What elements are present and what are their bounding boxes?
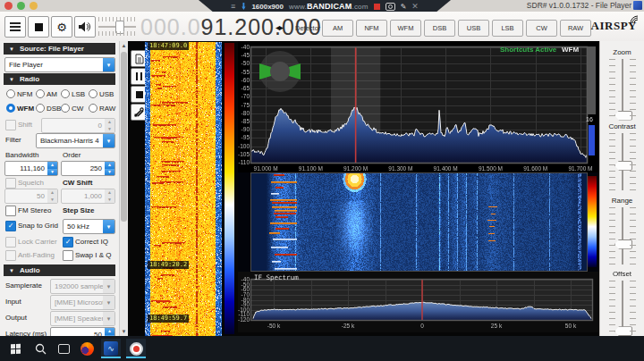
zoom-window-button[interactable] [17,2,25,10]
mute-button[interactable] [74,16,96,38]
radio-usb[interactable] [89,89,97,98]
bandwidth-label: Bandwidth [5,151,38,159]
task-view-button[interactable] [54,339,73,358]
signal-meter[interactable]: 16 [588,46,596,161]
spin-arrows-icon[interactable]: ▲▼ [105,119,114,132]
lock-carrier-label: Lock Carrier [18,238,57,246]
slider-ticks [630,281,636,338]
file-waterfall-color-scale[interactable] [225,43,234,334]
file-player-waterfall[interactable] [145,42,222,336]
close-window-button[interactable] [4,2,13,10]
snap-to-grid-checkbox[interactable]: ✓ [5,221,16,231]
windows-taskbar: ∿ 19:44 13/04/2020 1 [0,336,644,361]
draw-icon[interactable]: ✎ [401,3,407,11]
radio-cw[interactable] [61,104,70,113]
search-icon [35,343,47,355]
scroll-up-icon[interactable]: ▲ [120,41,128,50]
spin-arrows-icon[interactable]: ▲▼ [105,189,114,203]
radio-am[interactable] [36,89,45,98]
menu-button[interactable] [4,16,26,38]
slider-ticks [609,281,615,338]
shift-checkbox[interactable] [5,120,16,130]
correct-iq-checkbox[interactable]: ✓ [63,237,73,248]
waterfall-color-scale[interactable] [588,176,597,267]
stop-button[interactable] [28,16,49,38]
contrast-slider-label: Contrast [600,122,644,130]
firefox-taskbar-button[interactable] [77,339,97,358]
search-button[interactable] [30,339,50,358]
spin-arrows-icon[interactable]: ▲▼ [47,162,57,175]
offset-slider[interactable] [609,281,636,338]
close-overlay-icon[interactable]: ✕ [411,2,419,11]
spin-arrows-icon[interactable]: ▲▼ [105,328,114,336]
collapse-icon: ▼ [9,268,14,273]
windows-logo-icon [11,343,21,354]
radio-lsb[interactable] [61,89,70,98]
sdrsharp-taskbar-button[interactable]: ∿ [101,339,121,358]
order-spinner[interactable]: 250▲▼ [61,161,115,176]
airspy-logo: AIRSPY [591,19,637,33]
spin-arrows-icon[interactable]: ▲▼ [47,189,57,203]
bandicam-taskbar-button[interactable] [126,339,146,358]
detector-lsb-button[interactable]: LSB [492,20,523,37]
scrollbar-thumb[interactable] [121,52,127,222]
radio-raw[interactable] [89,104,97,113]
bandicam-watermark: www.BANDICAM.com [289,2,369,11]
slider-groove [622,59,623,116]
order-label: Order [63,151,80,159]
record-stop-icon[interactable] [374,4,380,10]
minimize-window-button[interactable] [30,2,38,10]
detector-am-button[interactable]: AM [322,20,353,37]
filter-select[interactable]: Blackman-Harris 4▾ [36,133,115,148]
bandicam-pin-icon[interactable] [241,3,246,10]
screenshot-icon[interactable] [386,3,395,11]
scroll-down-icon[interactable]: ▼ [120,327,128,336]
source-select[interactable]: File Player▾ [4,57,115,72]
audio-panel-header[interactable]: ▼Audio [4,264,115,276]
detector-usb-button[interactable]: USB [458,20,489,37]
rf-waterfall[interactable] [238,172,599,272]
radio-cw-label: CW [72,105,83,113]
squelch-checkbox[interactable] [5,178,16,189]
radio-dsb[interactable] [36,104,45,113]
detector-raw-button[interactable]: RAW [560,20,591,37]
bandwidth-spinner[interactable]: 111,160▲▼ [4,161,58,176]
lock-carrier-checkbox[interactable] [5,237,16,248]
squelch-spinner[interactable]: 50▲▼ [4,189,58,204]
samplerate-select[interactable]: 192000 sample/se▾ [50,279,115,294]
volume-slider[interactable] [98,17,136,36]
settings-button[interactable]: ⚙ [51,16,72,38]
source-panel-header[interactable]: ▼Source: File Player [4,43,115,55]
detector-nfm-button[interactable]: NFM [356,20,387,37]
start-button[interactable] [5,339,25,358]
contrast-slider[interactable] [609,133,636,190]
frequency-step-buttons[interactable]: ◂▸ [271,20,287,34]
fm-stereo-checkbox[interactable] [5,206,16,216]
chevron-down-icon: ▾ [103,280,114,293]
capture-resolution: 1600x900 [251,3,284,11]
bandicam-icon [130,342,143,356]
detector-dsb-button[interactable]: DSB [424,20,455,37]
step-size-select[interactable]: 50 kHz▾ [63,219,115,234]
anti-fading-checkbox[interactable] [5,250,16,261]
swap-iq-checkbox[interactable] [63,250,73,261]
detector-wfm-button[interactable]: WFM [390,20,421,37]
range-slider[interactable] [609,207,636,264]
radio-raw-label: RAW [99,105,115,113]
chevron-down-icon: ▾ [103,134,114,147]
range-slider-label: Range [600,197,644,205]
radio-nfm[interactable] [6,89,15,98]
latency-spinner[interactable]: 50▲▼ [50,327,115,336]
radio-wfm-selected[interactable] [6,104,15,113]
audio-output-select[interactable]: [MME] Speakers▾ [50,311,115,326]
spin-arrows-icon[interactable]: ▲▼ [105,162,114,175]
filter-label: Filter [5,136,21,144]
bandicam-menu-icon[interactable]: ≡ [231,2,235,11]
zoom-slider[interactable] [609,59,636,116]
audio-input-select[interactable]: [MME] Microsof▾ [50,295,115,310]
radio-panel-header[interactable]: ▼Radio [4,73,115,85]
detector-cw-button[interactable]: CW [526,20,557,37]
sidebar-scrollbar[interactable]: ▲ ▼ [119,41,128,336]
shift-spinner[interactable]: 0▲▼ [41,118,115,133]
cw-shift-spinner[interactable]: 1,000▲▼ [61,189,115,204]
